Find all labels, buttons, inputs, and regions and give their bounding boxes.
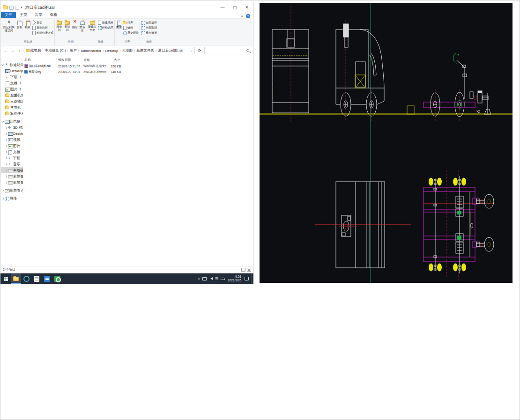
collapse-ribbon-icon[interactable]: ∧ [241,15,243,18]
breadcrumb-desktop[interactable]: Desktop [105,49,119,53]
chevron-right-icon[interactable] [5,145,7,147]
chevron-right-icon[interactable] [5,181,7,184]
sidebar-item-new-volume-d[interactable]: 新加卷 (D:) [1,173,23,179]
sidebar-item-desktop[interactable]: Desktop [1,131,23,137]
chevron-right-icon[interactable] [5,169,7,172]
column-header-name[interactable]: 名称 [23,58,57,62]
show-desktop-button[interactable] [251,273,253,284]
breadcrumb-current-rar[interactable]: 港口车cad图.rar [158,48,183,53]
taskbar-file-explorer-button[interactable] [11,273,21,284]
copy-path-button[interactable]: 复制路径 [32,25,53,30]
sidebar-item-desktop-pinned[interactable]: Desktop [1,68,23,74]
sidebar-item-documents-pinned[interactable]: 文档 [1,80,23,86]
sidebar-item-documents[interactable]: 文档 [1,149,23,155]
taskbar-app-circle-button[interactable] [21,273,31,284]
paste-button[interactable]: 粘贴 [24,20,31,29]
sidebar-item-local-disk-c[interactable]: 本地磁盘 (C:) [1,167,23,173]
qat-new-folder-icon[interactable] [15,6,19,10]
help-icon[interactable]: ? [246,14,250,18]
chevron-right-icon[interactable] [5,151,7,154]
tab-file[interactable]: 文件 [1,12,16,18]
chevron-right-icon[interactable] [5,139,7,141]
sidebar-item-videos[interactable]: 视频 [1,137,23,143]
forward-button[interactable]: → [10,48,15,53]
address-bar[interactable]: 此电脑› 本地磁盘 (C:)› 用户› Administrator› Deskt… [24,47,195,54]
copy-button[interactable]: 复制 [16,20,23,29]
sidebar-item-folder-4[interactable]: 标准件大全图纸 [1,111,23,117]
sidebar-item-downloads[interactable]: 下载 [1,155,23,161]
copy-to-button[interactable]: 复制到 [64,20,71,31]
chevron-down-icon[interactable] [1,120,4,123]
taskbar-clock[interactable]: 9:51 2021/3/26 [227,275,242,282]
sidebar-item-3d-objects[interactable]: 3D 对象 [1,125,23,131]
tab-view[interactable]: 查看 [46,12,61,18]
history-button[interactable]: 历史记录 [123,30,139,35]
chevron-right-icon[interactable] [5,133,7,135]
refresh-button[interactable]: ⟳ [196,48,203,53]
file-row-rar[interactable]: 港口车cad图.rar 2010/1/15 21:07 WinRAR 压缩文件 … [23,63,253,69]
file-row-dwg[interactable]: 框架.dwg 2006/1/27 14:01 ZWCAD Drawing 146… [23,69,253,74]
chevron-right-icon[interactable] [5,126,7,129]
sidebar-item-quick-access[interactable]: 快速访问 [1,62,23,68]
cut-button[interactable]: 剪切 [32,20,53,25]
move-to-button[interactable]: 移动到 [56,20,63,31]
start-button[interactable] [0,273,11,284]
chevron-right-icon[interactable] [5,175,7,178]
cad-canvas[interactable] [260,3,513,283]
column-header-type[interactable]: 类型 [82,58,106,62]
sidebar-item-downloads-pinned[interactable]: 下载 [1,74,23,80]
easy-access-button[interactable]: 轻松访问 [97,25,113,30]
breadcrumb-users[interactable]: 用户 [70,48,77,53]
sidebar-item-music[interactable]: 音乐 [1,161,23,167]
taskbar-green-app-button[interactable] [52,273,62,284]
input-language-indicator[interactable]: 英 [215,276,218,281]
chevron-right-icon[interactable] [5,157,7,160]
invert-selection-button[interactable]: 反向选择 [141,30,157,35]
chevron-down-icon[interactable] [1,63,4,66]
chevron-right-icon[interactable] [5,163,7,166]
edit-button[interactable]: 编辑 [123,25,139,30]
address-dropdown-icon[interactable]: ⌄ [190,49,193,52]
breadcrumb-administrator[interactable]: Administrator [81,49,101,53]
sidebar-item-new-volume-e[interactable]: 新加卷 (E:) [1,179,23,185]
qat-properties-icon[interactable] [9,6,14,10]
search-input[interactable] [204,47,251,54]
rename-button[interactable]: 重命名 [79,20,86,32]
sidebar-item-pictures-pinned[interactable]: 图片 [1,86,23,92]
breadcrumb-dagangtu[interactable]: 大港图 [122,48,133,53]
new-folder-button[interactable]: 新建文件夹 [88,20,97,31]
sidebar-item-pictures[interactable]: 图片 [1,143,23,149]
tab-share[interactable]: 共享 [31,12,46,18]
back-button[interactable]: ← [3,48,8,53]
sidebar-item-new-volume-f[interactable]: 新加卷 (F:) [1,187,23,193]
breadcrumb-this-pc[interactable]: 此电脑 [30,48,41,53]
delete-button[interactable]: 删除 [72,20,78,29]
battery-tray-icon[interactable] [221,278,224,280]
qat-customize-chevron-icon[interactable]: ▾ [21,6,22,9]
action-center-icon[interactable] [245,277,249,280]
taskbar-blue-app-button[interactable] [42,273,52,284]
breadcrumb-new-folder[interactable]: 新建文件夹 [136,48,154,53]
sidebar-item-folder-1[interactable]: 起重机3吨产品宣传 [1,92,23,98]
properties-button[interactable]: 属性 [116,20,122,29]
column-header-date[interactable]: 修改日期 [57,58,82,62]
minimize-button[interactable]: — [216,2,229,13]
close-button[interactable]: ✕ [241,2,253,13]
select-none-button[interactable]: 全部取消 [141,25,157,30]
sidebar-item-network[interactable]: 网络 [1,195,23,201]
chevron-right-icon[interactable] [1,197,4,200]
column-header-size[interactable]: 大小 [106,58,122,62]
select-all-button[interactable]: 全部选择 [141,20,157,25]
tab-home[interactable]: 主页 [16,12,31,18]
up-button[interactable]: ↑ [17,48,22,53]
sidebar-item-this-pc[interactable]: 此电脑 [1,118,23,125]
details-view-toggle[interactable] [241,268,245,272]
maximize-button[interactable]: ▢ [229,2,241,13]
tray-expand-chevron-icon[interactable]: ∧ [198,277,200,280]
display-tray-icon[interactable] [202,277,207,280]
sidebar-item-folder-2[interactable]: 三菱物流化企业模板 [1,98,23,104]
thumbnail-view-toggle[interactable] [247,268,251,272]
chevron-right-icon[interactable] [1,189,4,192]
sidebar-item-folder-3[interactable]: 学电机 [1,104,23,111]
paste-shortcut-button[interactable]: 粘贴快捷方式 [32,30,53,35]
